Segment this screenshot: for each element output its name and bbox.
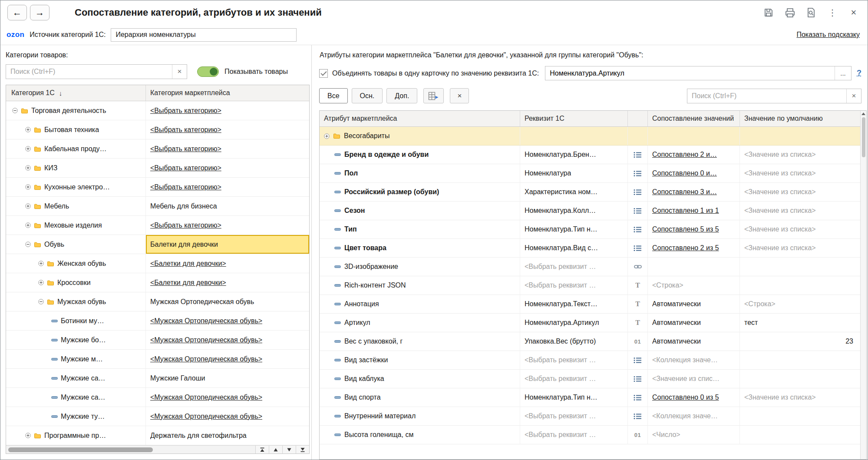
tab-main[interactable]: Осн. (352, 88, 383, 103)
left-search-input[interactable] (6, 65, 172, 79)
rekvizit-value[interactable]: Номенклатура.Тип н… (525, 394, 597, 401)
column-header-category-1c[interactable]: Категория 1С ↓ (6, 85, 146, 101)
scroll-top-button[interactable] (255, 446, 269, 453)
marketplace-category-cell[interactable]: Балетки для девочки (146, 235, 309, 254)
column-header-marketplace-category[interactable]: Категория маркетплейса (146, 85, 309, 101)
rekvizit-value[interactable]: Номенклатура.Вид с… (525, 244, 598, 252)
marketplace-category-link[interactable]: <Мужская Ортопедическая обувь> (150, 336, 262, 344)
help-link[interactable]: ? (857, 69, 861, 78)
combine-rekvizit-input[interactable] (545, 66, 835, 80)
expand-icon[interactable] (25, 222, 31, 228)
expand-icon[interactable] (25, 146, 31, 152)
category-row[interactable]: КИЗ<Выбрать категорию> (6, 159, 309, 178)
save-button[interactable] (762, 7, 775, 19)
category-row[interactable]: Мужские ту…<Мужская Ортопедическая обувь… (6, 407, 309, 426)
mapping-link[interactable]: Сопоставлено 0 из 5 (652, 394, 719, 401)
attribute-row[interactable]: Российский размер (обуви)Характеристика … (320, 183, 860, 202)
marketplace-category-cell[interactable]: <Балетки для девочки> (146, 254, 309, 273)
right-search-clear-button[interactable]: × (846, 89, 861, 103)
expand-icon[interactable] (25, 184, 31, 190)
attribute-row[interactable]: АртикулНоменклатура.АртикулTАвтоматическ… (320, 314, 860, 332)
scroll-down-button[interactable] (282, 446, 296, 453)
marketplace-category-cell[interactable]: <Мужская Ортопедическая обувь> (146, 311, 309, 330)
category-row[interactable]: Меховые изделия<Выбрать категорию> (6, 216, 309, 235)
marketplace-category-cell[interactable]: <Мужская Ортопедическая обувь> (146, 388, 309, 407)
attribute-row[interactable]: Бренд в одежде и обувиНоменклатура.Брен…… (320, 146, 860, 164)
category-source-input[interactable] (111, 28, 297, 42)
marketplace-category-cell[interactable]: <Балетки для девочки> (146, 273, 309, 292)
rekvizit-value[interactable]: Номенклатура.Брен… (525, 151, 596, 159)
rekvizit-value[interactable]: <Выбрать реквизит … (525, 375, 596, 383)
category-row[interactable]: Ботинки му…<Мужская Ортопедическая обувь… (6, 311, 309, 331)
attribute-row[interactable]: ПолНоменклатураСопоставлено 0 и…<Значени… (320, 164, 860, 183)
left-search-clear-button[interactable]: × (172, 65, 187, 79)
attribute-row[interactable]: Вид каблука<Выбрать реквизит …<Значение … (320, 370, 860, 388)
category-row[interactable]: Мужские са…Мужские Галоши (6, 369, 309, 388)
marketplace-category-link[interactable]: <Мужская Ортопедическая обувь> (150, 413, 262, 420)
marketplace-category-cell[interactable]: <Выбрать категорию> (146, 216, 309, 235)
mapping-link[interactable]: Сопоставлено 0 и… (652, 169, 717, 177)
column-header-mapping[interactable]: Сопоставление значений (648, 111, 740, 126)
mapping-link[interactable]: Сопоставлено 2 и… (652, 151, 717, 159)
category-row[interactable]: Мужская обувьМужская Ортопедическая обув… (6, 292, 309, 311)
rekvizit-value[interactable]: <Выбрать реквизит … (525, 412, 596, 420)
marketplace-category-link[interactable]: <Выбрать категорию> (150, 145, 221, 153)
expand-icon[interactable] (25, 203, 31, 209)
rekvizit-value[interactable]: <Выбрать реквизит … (525, 281, 596, 289)
mapping-link[interactable]: Сопоставлено 3 и… (652, 188, 717, 196)
vscroll-thumb[interactable] (862, 117, 865, 157)
back-button[interactable]: ← (7, 5, 27, 20)
hscroll-thumb[interactable] (8, 447, 153, 452)
value-list-icon[interactable] (634, 152, 642, 158)
show-hint-link[interactable]: Показать подсказку (796, 31, 860, 39)
more-menu-button[interactable]: ⋮ (826, 7, 838, 19)
category-row[interactable]: Программные пр…Держатель для светофильтр… (6, 426, 309, 445)
value-list-icon[interactable] (634, 226, 642, 233)
close-button[interactable]: × (848, 7, 860, 19)
attribute-row[interactable]: АннотацияНоменклатура.Текст…TАвтоматичес… (320, 295, 860, 314)
rekvizit-value[interactable]: Номенклатура (525, 169, 571, 177)
column-header-type[interactable] (628, 111, 648, 126)
marketplace-category-link[interactable]: <Выбрать категорию> (150, 107, 221, 115)
category-row[interactable]: Женская обувь<Балетки для девочки> (6, 254, 309, 273)
rekvizit-value[interactable]: <Выбрать реквизит … (525, 263, 596, 271)
value-list-icon[interactable] (634, 376, 642, 382)
column-header-attribute[interactable]: Атрибут маркетплейса (320, 111, 520, 126)
category-row[interactable]: Кроссовки<Балетки для девочки> (6, 273, 309, 292)
marketplace-category-cell[interactable]: <Выбрать категорию> (146, 178, 309, 196)
expand-icon[interactable] (38, 261, 44, 266)
marketplace-category-cell[interactable]: Мужские Галоши (146, 369, 309, 387)
marketplace-category-link[interactable]: <Выбрать категорию> (150, 183, 221, 191)
attribute-row[interactable]: Rich-контент JSON<Выбрать реквизит …T<Ст… (320, 276, 860, 295)
value-list-icon[interactable] (634, 394, 642, 401)
attribute-group-row[interactable]: Весогабариты (320, 127, 860, 146)
category-row[interactable]: Мужские бо…<Мужская Ортопедическая обувь… (6, 331, 309, 350)
category-row[interactable]: МебельМебель для бизнеса (6, 197, 309, 216)
search-document-button[interactable] (805, 7, 817, 19)
marketplace-category-link[interactable]: <Мужская Ортопедическая обувь> (150, 317, 262, 325)
fill-values-button[interactable] (423, 88, 444, 103)
attribute-row[interactable]: Внутренний материал<Выбрать реквизит …<К… (320, 407, 860, 426)
category-row[interactable]: Торговая деятельность<Выбрать категорию> (6, 101, 309, 120)
combine-products-checkbox[interactable] (319, 69, 328, 78)
marketplace-category-link[interactable]: <Выбрать категорию> (150, 164, 221, 172)
rekvizit-value[interactable]: Номенклатура.Артикул (525, 319, 599, 327)
right-search-input[interactable] (687, 89, 846, 103)
category-row[interactable]: Бытовая техника<Выбрать категорию> (6, 120, 309, 139)
marketplace-category-cell[interactable]: <Мужская Ортопедическая обувь> (146, 350, 309, 368)
mapping-link[interactable]: Сопоставлено 2 из 5 (652, 244, 719, 252)
attribute-row[interactable]: Вид застёжки<Выбрать реквизит …<Коллекци… (320, 351, 860, 370)
marketplace-category-cell[interactable]: <Мужская Ортопедическая обувь> (146, 407, 309, 426)
attribute-row[interactable]: Вид спортаНоменклатура.Тип н…Сопоставлен… (320, 388, 860, 407)
value-list-icon[interactable] (634, 413, 642, 420)
expand-icon[interactable] (324, 133, 330, 139)
expand-icon[interactable] (25, 127, 31, 132)
marketplace-category-cell[interactable]: Держатель для светофильтра (146, 426, 309, 445)
rekvizit-value[interactable]: Номенклатура.Колл… (525, 207, 596, 215)
combine-rekvizit-select-button[interactable]: ... (835, 66, 851, 80)
column-header-default[interactable]: Значение по умолчанию (740, 111, 860, 126)
value-list-icon[interactable] (634, 189, 642, 195)
collapse-icon[interactable] (12, 108, 18, 113)
value-list-icon[interactable] (634, 170, 642, 177)
rekvizit-value[interactable]: Номенклатура.Текст… (525, 300, 597, 308)
